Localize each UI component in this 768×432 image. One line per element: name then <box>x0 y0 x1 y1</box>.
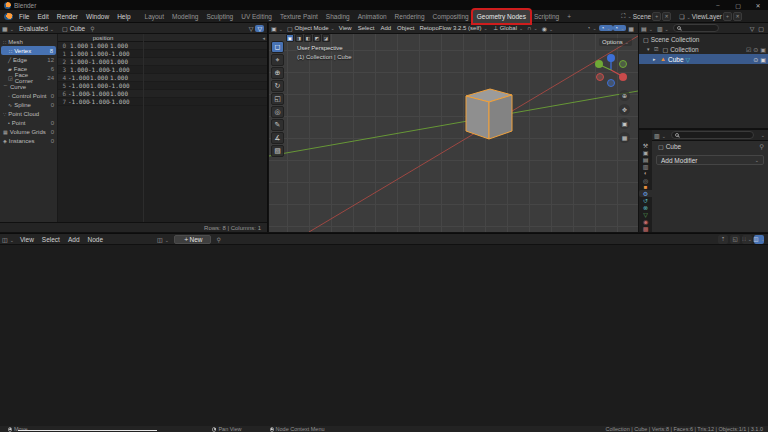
outliner-row-cube[interactable]: ▸ ▲ Cube ▽ ⊙ ▣ <box>639 54 768 64</box>
snapping-icon[interactable]: ∷ <box>742 235 752 244</box>
gizmo-y-axis[interactable] <box>595 60 603 68</box>
menu-edit[interactable]: Edit <box>33 13 52 20</box>
select-set-button[interactable]: ▣ <box>286 34 294 42</box>
outliner-row-collection[interactable]: ▾ ☑ ▢ Collection ☑ ⊙ ▣ <box>639 44 768 54</box>
tab-modeling[interactable]: Modeling <box>168 10 202 23</box>
tab-scripting[interactable]: Scripting <box>530 10 563 23</box>
perspective-toggle-icon[interactable]: ▦ <box>619 132 630 143</box>
menu-file[interactable]: File <box>15 13 33 20</box>
options-button[interactable]: Options <box>599 38 632 46</box>
tab-output[interactable]: ▤ <box>639 156 652 163</box>
pan-hand-icon[interactable]: ✥ <box>619 104 630 115</box>
zoom-icon[interactable]: ⊕ <box>619 90 630 101</box>
tab-physics[interactable]: ↺ <box>639 197 652 204</box>
add-workspace-button[interactable]: + <box>563 13 575 20</box>
menu-render[interactable]: Render <box>53 13 82 20</box>
viewport-menu-view[interactable]: View <box>339 25 352 31</box>
viewport-menu-add[interactable]: Add <box>380 25 391 31</box>
tab-object-data[interactable]: ▽ <box>639 211 652 218</box>
cube-object[interactable] <box>466 89 512 139</box>
tree-control-point[interactable]: ◦Control Point0 <box>0 91 57 100</box>
tab-texture[interactable]: ▩ <box>639 225 652 232</box>
tab-modifiers-wrench[interactable]: ⚙ <box>639 190 652 197</box>
close-button[interactable]: ✕ <box>748 0 768 10</box>
gizmo-neg-x-axis[interactable] <box>597 74 604 81</box>
spreadsheet-editor-type-icon[interactable]: ▦ <box>0 25 16 32</box>
filter-funnel-icon[interactable]: ▽ <box>247 25 256 32</box>
add-cube-tool[interactable]: ▧ <box>271 145 284 157</box>
delete-scene-button[interactable]: ✕ <box>662 12 671 21</box>
tree-instances[interactable]: ◈Instances0 <box>0 136 57 145</box>
outliner-search-input[interactable] <box>673 24 719 32</box>
gizmos-icon[interactable]: ▦ <box>626 25 636 32</box>
tab-texture-paint[interactable]: Texture Paint <box>276 10 322 23</box>
node-editor-type-icon[interactable]: ◫ <box>0 236 16 243</box>
expand-arrow-icon[interactable]: ▾ <box>647 46 652 52</box>
gizmo-x-axis[interactable] <box>619 73 627 81</box>
outliner-row-scene-collection[interactable]: ▢ Scene Collection <box>639 34 768 44</box>
pin-icon[interactable]: ⚲ <box>214 236 222 243</box>
select-box-tool[interactable]: ◻ <box>271 41 284 53</box>
node-menu-select[interactable]: Select <box>38 236 64 243</box>
collapse-arrow-icon[interactable]: ◂ <box>262 35 265 41</box>
node-menu-node[interactable]: Node <box>84 236 108 243</box>
hide-eye-icon[interactable]: ⊙ <box>753 46 758 53</box>
overlays-icon[interactable]: ◔ <box>613 25 627 31</box>
tree-mesh[interactable]: ∷Mesh <box>0 37 57 46</box>
parent-node-tree-icon[interactable]: ⇡ <box>718 235 728 244</box>
disable-render-icon[interactable]: ▣ <box>760 56 766 63</box>
node-group-icon[interactable]: ◱ <box>730 235 740 244</box>
node-menu-view[interactable]: View <box>16 236 38 243</box>
properties-options-icon[interactable] <box>757 132 767 138</box>
select-invert-button[interactable]: ◩ <box>313 34 321 42</box>
new-node-tree-button[interactable]: ＋ New <box>174 235 212 244</box>
properties-editor-type-icon[interactable]: ▥ <box>652 132 668 139</box>
menu-help[interactable]: Help <box>113 13 134 20</box>
filter-toggle-icon[interactable]: ▽ <box>255 25 264 32</box>
gizmo-z-axis[interactable] <box>607 54 615 62</box>
tree-point[interactable]: •Point0 <box>0 118 57 127</box>
select-subtract-button[interactable]: ◧ <box>304 34 312 42</box>
hide-eye-icon[interactable]: ⊙ <box>753 56 758 63</box>
tab-animation[interactable]: Animation <box>354 10 391 23</box>
rotate-tool[interactable]: ↻ <box>271 80 284 92</box>
tab-view-layer[interactable]: ▥ <box>639 163 652 170</box>
evaluation-mode-dropdown[interactable]: Evaluated <box>19 25 54 32</box>
tab-world[interactable]: ◎ <box>639 177 652 184</box>
table-column-header[interactable]: position ◂ <box>58 34 267 42</box>
add-modifier-button[interactable]: Add Modifier ⌄ <box>656 155 764 165</box>
menu-window[interactable]: Window <box>82 13 113 20</box>
expand-arrow-icon[interactable]: ▸ <box>653 56 658 62</box>
tab-compositing[interactable]: Compositing <box>429 10 473 23</box>
camera-view-icon[interactable]: ▣ <box>619 118 630 129</box>
tree-spline[interactable]: ∿Spline0 <box>0 100 57 109</box>
gizmo-neg-y-axis[interactable] <box>620 61 627 68</box>
shading-wireframe-icon[interactable]: ◔ <box>585 25 599 31</box>
retopoflow-menu[interactable]: RetopoFlow 3.2.5 (self) <box>419 25 487 31</box>
tab-rendering[interactable]: Rendering <box>391 10 429 23</box>
tab-shading[interactable]: Shading <box>322 10 354 23</box>
outliner-filter-icon[interactable]: ▽ <box>748 25 757 32</box>
tab-uv-editing[interactable]: UV Editing <box>237 10 276 23</box>
tree-vertex[interactable]: ∷Vertex8 <box>1 46 56 55</box>
measure-tool[interactable]: ∡ <box>271 132 284 144</box>
new-viewlayer-button[interactable]: + <box>723 12 732 21</box>
delete-viewlayer-button[interactable]: ✕ <box>733 12 742 21</box>
node-tree-icon[interactable]: ◫ <box>155 236 171 243</box>
tab-material[interactable]: ◉ <box>639 218 652 225</box>
pin-icon[interactable]: ⚲ <box>88 25 96 32</box>
maximize-button[interactable]: ▢ <box>728 0 748 10</box>
mode-dropdown[interactable]: Object Mode <box>295 25 335 31</box>
outliner-editor-type-icon[interactable]: ▤ <box>639 25 655 32</box>
viewlayer-name[interactable]: ViewLayer <box>692 13 722 20</box>
tree-volume-grids[interactable]: ▦Volume Grids0 <box>0 127 57 136</box>
tab-sculpting[interactable]: Sculpting <box>202 10 237 23</box>
pin-icon[interactable]: ⚲ <box>759 143 764 151</box>
shading-solid-icon[interactable]: ◔ <box>599 25 613 31</box>
exclude-checkbox-icon[interactable]: ☑ <box>746 46 751 53</box>
new-scene-button[interactable]: + <box>652 12 661 21</box>
viewport-editor-type-icon[interactable]: ▣ <box>269 25 285 32</box>
overlays-toggle-icon[interactable]: ◫ <box>754 235 764 244</box>
scene-selector[interactable]: ⛶ Scene + ✕ <box>621 12 671 21</box>
tab-tool[interactable]: ⚒ <box>639 142 652 149</box>
